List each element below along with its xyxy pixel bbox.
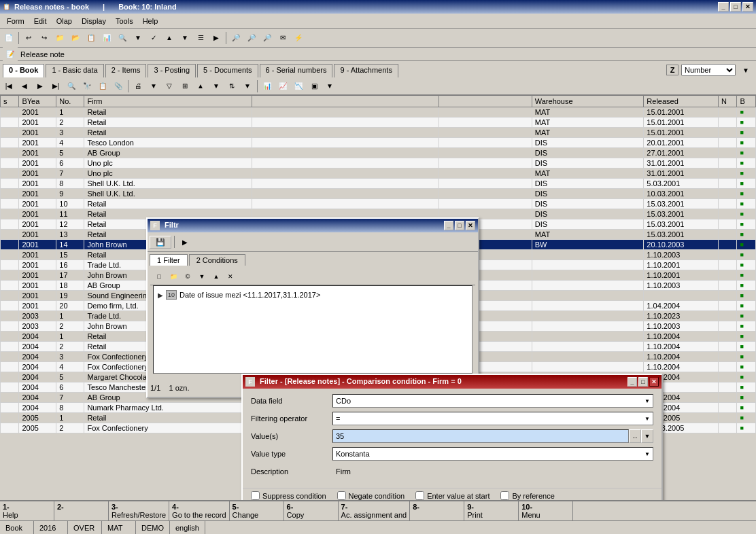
nav-icon7[interactable]: ▲ — [193, 79, 208, 94]
mail-icon[interactable]: ✉ — [275, 31, 290, 46]
number-combo[interactable]: Number — [681, 64, 736, 76]
filtr-up[interactable]: ▲ — [210, 271, 222, 282]
function-key[interactable]: 3-Refresh/Restore — [109, 501, 169, 520]
cond-minimize[interactable]: _ — [628, 377, 637, 387]
menu-form[interactable]: Form — [3, 16, 29, 26]
nav-prev[interactable]: ◀ — [17, 79, 32, 94]
suppress-check-input[interactable] — [251, 491, 260, 500]
menu-help[interactable]: Help — [139, 16, 162, 26]
restore-button[interactable]: □ — [730, 2, 741, 12]
nav-icon9[interactable]: ▼ — [240, 79, 255, 94]
filtr-close[interactable]: ✕ — [466, 221, 475, 230]
redo-button[interactable]: ↪ — [37, 31, 52, 46]
function-key[interactable]: 2- — [54, 501, 109, 520]
function-key[interactable]: 4-Go to the record — [169, 501, 230, 520]
tab-documents[interactable]: 5 - Documents — [197, 64, 258, 77]
menu-tools[interactable]: Tools — [111, 16, 137, 26]
cond-dialog[interactable]: F Filter - [Release notes] - Comparison … — [241, 374, 663, 500]
function-key[interactable]: 9-Print — [464, 501, 519, 520]
toolbar-icon-7[interactable]: ✓ — [146, 31, 161, 46]
enter-value-checkbox[interactable]: Enter value at start — [415, 491, 489, 500]
menu-edit[interactable]: Edit — [30, 16, 51, 26]
nav-icon10[interactable]: 📊 — [260, 79, 275, 94]
values-arrow-btn[interactable]: ▼ — [641, 429, 653, 443]
by-reference-checkbox[interactable]: By reference — [500, 491, 554, 500]
nav-icon6[interactable]: ⊞ — [177, 79, 192, 94]
minimize-button[interactable]: _ — [718, 2, 729, 12]
function-key[interactable]: 8- — [410, 501, 464, 520]
toolbar-icon-6[interactable]: 🔍 — [115, 31, 130, 46]
toolbar-icon-13[interactable]: 🔎 — [260, 31, 275, 46]
by-reference-check-input[interactable] — [500, 491, 509, 500]
filtr-save-btn[interactable]: 💾 — [150, 236, 171, 249]
cond-close[interactable]: ✕ — [649, 377, 659, 387]
nav-filter2[interactable]: ▽ — [162, 79, 177, 94]
nav-last[interactable]: ▶| — [48, 79, 63, 94]
tab-basic-data[interactable]: 1 - Basic data — [46, 64, 103, 77]
filtr-delete[interactable]: ✕ — [224, 271, 237, 282]
filtr-tab-conditions[interactable]: 2 Conditions — [189, 254, 245, 266]
filtr-nav-next[interactable]: ▶ — [177, 234, 192, 249]
suppress-checkbox[interactable]: Suppress condition — [251, 491, 326, 500]
toolbar-icon-11[interactable]: ▶ — [209, 31, 224, 46]
table-row[interactable]: 2001 8 Shell U.K. Ltd. DIS 5.03.2001 ■ — [1, 179, 756, 189]
tab-book[interactable]: 0 - Book — [3, 64, 44, 77]
nav-icon13[interactable]: ▣ — [307, 79, 322, 94]
nav-icon4[interactable]: 📎 — [111, 79, 126, 94]
filtr-add[interactable]: □ — [153, 271, 165, 282]
menu-display[interactable]: Display — [78, 16, 110, 26]
toolbar-icon-2[interactable]: 📁 — [52, 31, 67, 46]
function-key[interactable]: 1-Help — [0, 501, 54, 520]
filter-icon[interactable]: ▼ — [146, 79, 161, 94]
toolbar-icon-3[interactable]: 📂 — [68, 31, 83, 46]
table-row[interactable]: 2001 9 Shell U.K. Ltd. DIS 10.03.2001 ■ — [1, 189, 756, 199]
table-row[interactable]: 2001 5 AB Group DIS 27.01.2001 ■ — [1, 148, 756, 158]
table-row[interactable]: 2001 2 Retail MAT 15.01.2001 ■ — [1, 118, 756, 128]
filtr-minimize[interactable]: _ — [444, 221, 453, 230]
toolbar-icon-10[interactable]: ☰ — [193, 31, 208, 46]
menu-olap[interactable]: Olap — [52, 16, 76, 26]
data-field-arrow[interactable]: ▼ — [645, 398, 650, 404]
table-row[interactable]: 2001 1 Retail MAT 15.01.2001 ■ — [1, 107, 756, 118]
values-browse-btn[interactable]: ... — [629, 429, 641, 443]
table-row[interactable]: 2001 6 Uno plc DIS 31.01.2001 ■ — [1, 158, 756, 168]
toolbar-icon-14[interactable]: ⚡ — [291, 31, 306, 46]
close-button[interactable]: ✕ — [742, 2, 753, 12]
toolbar-icon-5[interactable]: 📊 — [99, 31, 114, 46]
z-button[interactable]: Z — [666, 65, 678, 75]
tab-items[interactable]: 2 - Items — [105, 64, 147, 77]
table-row[interactable]: 2001 7 Uno plc MAT 31.01.2001 ■ — [1, 168, 756, 179]
tab-serial-numbers[interactable]: 6 - Serial numbers — [260, 64, 333, 77]
tab-posting[interactable]: 3 - Posting — [148, 64, 196, 77]
nav-binoculars[interactable]: 🔭 — [80, 79, 94, 94]
nav-icon11[interactable]: 📈 — [275, 79, 290, 94]
nav-icon12[interactable]: 📉 — [291, 79, 306, 94]
nav-first[interactable]: |◀ — [1, 79, 16, 94]
toolbar-icon-1[interactable]: 📄 — [1, 31, 16, 46]
filtr-dialog[interactable]: F Filtr _ □ ✕ 💾 ▶ 1 Filter 2 Co — [146, 217, 479, 398]
nav-next[interactable]: ▶ — [33, 79, 48, 94]
enter-value-check-input[interactable] — [415, 491, 424, 500]
toolbar-icon-4[interactable]: 📋 — [84, 31, 99, 46]
filtr-restore[interactable]: □ — [455, 221, 464, 230]
filter-button[interactable]: ▼ — [131, 31, 145, 46]
filtr-copy[interactable]: © — [182, 271, 194, 282]
negate-checkbox[interactable]: Negate condition — [337, 491, 405, 500]
nav-icon14[interactable]: ▼ — [322, 79, 337, 94]
filtr-down[interactable]: ▼ — [196, 271, 208, 282]
value-type-arrow[interactable]: ▼ — [645, 451, 650, 457]
combo-arrow[interactable]: ▼ — [738, 63, 753, 77]
toolbar-icon-8[interactable]: ▲ — [162, 31, 177, 46]
function-key[interactable]: 5-Change — [230, 501, 284, 520]
nav-search[interactable]: 🔍 — [64, 79, 79, 94]
table-row[interactable]: 2001 4 Tesco London DIS 20.01.2001 ■ — [1, 138, 756, 148]
nav-icon3[interactable]: 📋 — [95, 79, 110, 94]
operator-arrow[interactable]: ▼ — [645, 416, 650, 422]
tab-attachments[interactable]: 9 - Attachments — [334, 64, 398, 77]
nav-icon8[interactable]: ▼ — [209, 79, 224, 94]
table-row[interactable]: 2001 3 Retail MAT 15.01.2001 ■ — [1, 128, 756, 138]
description-input[interactable] — [332, 465, 653, 478]
table-row[interactable]: 2001 10 Retail DIS 15.03.2001 ■ — [1, 199, 756, 209]
function-key[interactable]: 10-Menu — [519, 501, 573, 520]
function-key[interactable]: 7-Ac. assignment and — [339, 501, 411, 520]
